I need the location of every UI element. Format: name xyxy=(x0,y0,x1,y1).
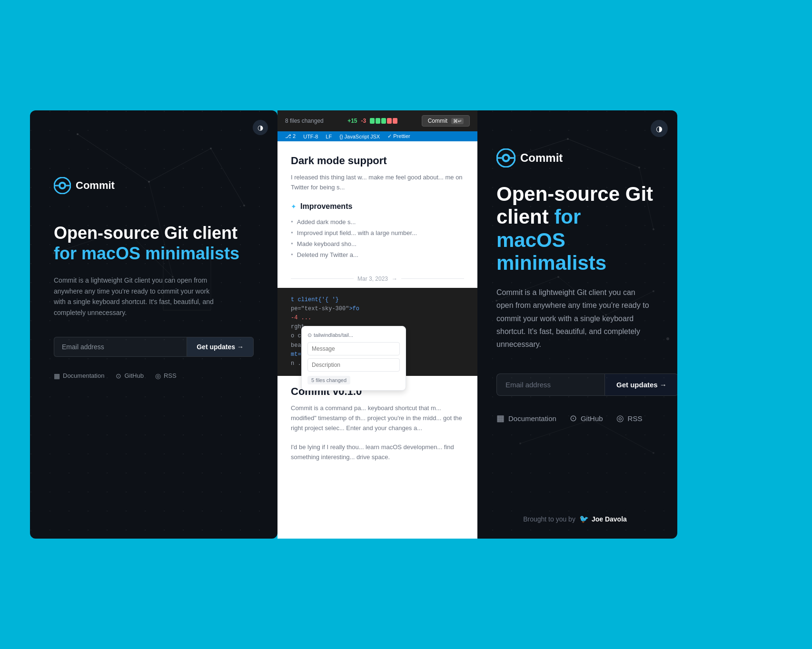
left-description: Commit is a lightweight Git client you c… xyxy=(54,275,216,318)
diff-minus: -3 xyxy=(361,118,366,124)
status-lang: {} JavaScript JSX xyxy=(339,134,380,139)
commit-logo-icon xyxy=(54,177,71,194)
right-get-updates-button[interactable]: Get updates → xyxy=(604,374,677,396)
diff-plus: +15 xyxy=(347,118,357,124)
left-link-rss[interactable]: ◎ RSS xyxy=(155,372,177,380)
diff-block-red-1 xyxy=(387,118,392,124)
left-link-documentation-label: Documentation xyxy=(63,372,104,379)
popup-repo-text: tailwindlabs/tail... xyxy=(314,332,353,338)
list-item: ●Made keyboard sho... xyxy=(291,238,464,249)
right-footer: Brought to you by 🐦 Joe Davola xyxy=(473,514,677,523)
list-item: ●Deleted my Twitter a... xyxy=(291,249,464,260)
svg-line-0 xyxy=(78,134,149,182)
svg-point-31 xyxy=(567,138,569,140)
date-line-right xyxy=(401,278,464,279)
improvement-text-2: Improved input field... with a large num… xyxy=(297,229,417,236)
right-logo-text: Commit xyxy=(520,151,563,165)
footer-author: 🐦 Joe Davola xyxy=(579,514,627,523)
right-link-github[interactable]: ⊙ GitHub xyxy=(570,413,603,423)
svg-point-35 xyxy=(557,276,559,278)
right-email-form: Get updates → xyxy=(496,374,654,396)
left-link-github-label: GitHub xyxy=(124,372,143,379)
right-documentation-label: Documentation xyxy=(508,414,556,423)
documentation-icon: ▦ xyxy=(54,372,60,380)
popup-files-changed: 5 files changed xyxy=(307,376,350,384)
dark-mode-text: I released this thing last w... make me … xyxy=(291,173,464,193)
right-theme-toggle[interactable]: ◑ xyxy=(651,120,668,137)
left-headline-part1: Open-source Git client xyxy=(54,223,238,243)
improvement-text-3: Made keyboard sho... xyxy=(297,240,356,247)
improvements-title: Improvements xyxy=(300,202,352,211)
improvement-list: ●Added dark mode s... ●Improved input fi… xyxy=(291,216,464,260)
dark-mode-title: Dark mode support xyxy=(291,155,464,167)
bullet-icon: ● xyxy=(291,241,293,246)
right-github-icon: ⊙ xyxy=(570,413,577,423)
repo-icon: ⊙ xyxy=(307,332,312,338)
right-link-rss[interactable]: ◎ RSS xyxy=(616,413,643,423)
svg-point-19 xyxy=(60,184,64,187)
right-logo-icon xyxy=(496,148,515,167)
rss-icon: ◎ xyxy=(155,372,161,380)
left-link-github[interactable]: ⊙ GitHub xyxy=(116,372,143,380)
vscode-statusbar: ⎇ 2 UTF-8 LF {} JavaScript JSX ✓ Prettie… xyxy=(277,131,477,141)
date-label: Mar 3, 2023 xyxy=(357,275,388,282)
left-logo-text: Commit xyxy=(76,179,115,192)
improvement-text-4: Deleted my Twitter a... xyxy=(297,251,358,258)
status-encoding: UTF-8 xyxy=(303,134,318,139)
vscode-commit-kbd: ⌘↵ xyxy=(451,118,464,124)
right-headline: Open-source Gitclient for macOSminimalis… xyxy=(496,183,654,275)
version-text-2: I'd be lying if I really thou... learn m… xyxy=(291,442,464,462)
left-email-form: Get updates → xyxy=(54,337,254,357)
right-rss-icon: ◎ xyxy=(616,413,624,423)
code-line-2: pe="text-sky-300">fo xyxy=(291,305,464,314)
right-rss-label: RSS xyxy=(628,414,643,423)
blog-content: Dark mode support I released this thing … xyxy=(277,141,477,485)
list-item: ●Added dark mode s... xyxy=(291,216,464,227)
right-documentation-icon: ▦ xyxy=(496,413,505,423)
improvements-header: ✦ Improvements xyxy=(291,202,464,211)
code-line-1: t client{'{ '} xyxy=(291,295,464,305)
left-get-updates-button[interactable]: Get updates → xyxy=(187,337,254,357)
right-links: ▦ Documentation ⊙ GitHub ◎ RSS xyxy=(496,413,654,423)
right-email-input[interactable] xyxy=(496,374,604,396)
page-container: ◑ Commit Open-source Git client for macO… xyxy=(30,110,782,539)
vscode-header: 8 files changed +15 -3 Commit ⌘↵ xyxy=(277,110,477,131)
svg-point-6 xyxy=(77,133,79,135)
svg-line-29 xyxy=(592,420,654,453)
bullet-icon: ● xyxy=(291,219,293,224)
left-theme-toggle[interactable]: ◑ xyxy=(253,120,268,135)
commit-popup: ⊙ tailwindlabs/tail... 5 files changed xyxy=(301,326,406,391)
right-panel: ◑ Commit Open-source Gitclient for macOS… xyxy=(473,110,677,539)
popup-message-input[interactable] xyxy=(307,342,400,355)
right-link-documentation[interactable]: ▦ Documentation xyxy=(496,413,556,423)
left-email-input[interactable] xyxy=(54,337,187,357)
popup-repo: ⊙ tailwindlabs/tail... xyxy=(307,332,400,338)
code-block: t client{'{ '} pe="text-sky-300">fo -4 .… xyxy=(277,288,477,376)
diff-block-green-1 xyxy=(370,118,375,124)
status-branch: ⎇ 2 xyxy=(285,133,296,139)
svg-point-41 xyxy=(666,337,669,340)
left-link-rss-label: RSS xyxy=(164,372,177,379)
svg-point-38 xyxy=(519,442,521,444)
vscode-commit-button[interactable]: Commit ⌘↵ xyxy=(422,115,470,127)
github-icon: ⊙ xyxy=(116,372,121,380)
diff-stats: +15 -3 xyxy=(347,118,397,124)
right-description: Commit is a lightweight Git client you c… xyxy=(496,286,654,351)
date-divider: Mar 3, 2023 → xyxy=(291,270,464,288)
version-text: Commit is a command pa... keyboard short… xyxy=(291,403,464,433)
list-item: ●Improved input field... with a large nu… xyxy=(291,227,464,238)
footer-author-name: Joe Davola xyxy=(592,515,627,523)
diff-block-green-2 xyxy=(376,118,380,124)
popup-description-input[interactable] xyxy=(307,358,400,372)
left-headline: Open-source Git client for macOS minimal… xyxy=(54,223,254,264)
left-link-documentation[interactable]: ▦ Documentation xyxy=(54,372,104,380)
status-eol: LF xyxy=(326,134,332,139)
diff-blocks xyxy=(370,118,397,124)
left-links: ▦ Documentation ⊙ GitHub ◎ RSS xyxy=(54,372,254,380)
improvements-icon: ✦ xyxy=(291,203,297,210)
twitter-icon: 🐦 xyxy=(579,514,589,523)
diff-block-red-2 xyxy=(393,118,397,124)
right-github-label: GitHub xyxy=(581,414,603,423)
vscode-commit-label: Commit xyxy=(428,118,447,124)
svg-point-8 xyxy=(210,148,212,149)
